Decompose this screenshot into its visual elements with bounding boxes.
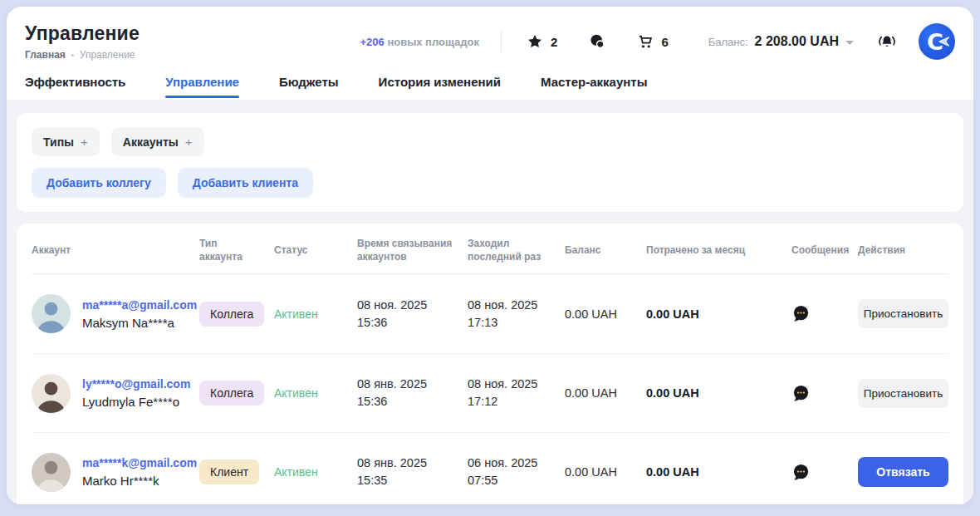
account-name: Lyudmyla Fe****o <box>82 395 190 409</box>
link-time: 15:36 <box>357 393 468 410</box>
new-sites-counter[interactable]: +206 новых площадок <box>360 36 479 48</box>
account-name: Maksym Na****a <box>82 316 197 330</box>
table-row: ma*****k@gmail.com Marko Hr****k Клиент … <box>32 432 948 504</box>
messages-button[interactable] <box>791 304 811 323</box>
avatar-photo <box>32 374 71 413</box>
status-badge: Активен <box>274 307 357 321</box>
add-colleague-button[interactable]: Добавить коллегу <box>32 168 166 198</box>
spent-cell: 0.00 UAH <box>646 386 791 400</box>
breadcrumb-home[interactable]: Главная <box>25 49 66 61</box>
new-sites-count: +206 <box>360 36 384 48</box>
account-type-badge: Клиент <box>199 459 259 484</box>
cart-counter[interactable]: 6 <box>637 33 668 50</box>
filter-chip-types-label: Типы <box>43 135 74 149</box>
avatar <box>32 294 71 333</box>
avatar <box>32 453 71 492</box>
link-date: 08 ноя. 2025 <box>357 297 468 314</box>
table-row: ma*****a@gmail.com Maksym Na****a Коллег… <box>32 274 948 353</box>
new-sites-label: новых площадок <box>387 36 479 48</box>
add-client-button[interactable]: Добавить клиента <box>178 168 313 198</box>
filter-chips: Типы + Аккаунты + <box>32 127 948 156</box>
link-time-cell: 08 янв. 2025 15:36 <box>357 376 468 410</box>
unlink-button[interactable]: Отвязать <box>858 457 948 487</box>
messages-button[interactable] <box>791 463 811 482</box>
avatar-photo <box>32 294 71 333</box>
bell-icon <box>877 32 897 52</box>
last-visit-date: 08 ноя. 2025 <box>468 376 565 393</box>
account-cell: ly*****o@gmail.com Lyudmyla Fe****o <box>32 374 199 413</box>
account-identity: ly*****o@gmail.com Lyudmyla Fe****o <box>82 377 190 409</box>
pause-button[interactable]: Приостановить <box>858 299 948 328</box>
cloud-status[interactable] <box>589 33 605 50</box>
cart-icon <box>637 33 654 50</box>
col-messages: Сообщения <box>791 243 858 257</box>
link-time-cell: 08 ноя. 2025 15:36 <box>357 297 468 332</box>
col-status: Статус <box>274 243 357 257</box>
tab-master-accounts[interactable]: Мастер-аккаунты <box>541 75 647 100</box>
tab-management[interactable]: Управление <box>165 75 239 100</box>
paper-plane-icon <box>937 35 950 48</box>
filter-chip-accounts[interactable]: Аккаунты + <box>111 127 204 156</box>
page-title: Управление <box>25 22 140 45</box>
filter-chip-accounts-label: Аккаунты <box>123 135 179 149</box>
last-visit-time: 17:12 <box>468 393 565 410</box>
plus-icon: + <box>81 135 88 149</box>
title-block: Управление Главная Управление <box>25 22 140 61</box>
last-visit-date: 08 ноя. 2025 <box>468 297 565 314</box>
favorites-count: 2 <box>551 35 557 49</box>
filter-chip-types[interactable]: Типы + <box>32 127 100 156</box>
cart-count: 6 <box>661 35 668 49</box>
last-visit-time: 07:55 <box>468 472 565 489</box>
plus-icon: + <box>185 135 193 149</box>
account-email-link[interactable]: ly*****o@gmail.com <box>82 377 190 391</box>
spent-cell: 0.00 UAH <box>646 465 791 479</box>
pause-button[interactable]: Приостановить <box>858 379 948 408</box>
account-cell: ma*****k@gmail.com Marko Hr****k <box>32 453 199 492</box>
tab-budgets[interactable]: Бюджеты <box>279 75 339 100</box>
messages-button[interactable] <box>791 384 811 403</box>
chat-bubble-icon <box>791 304 811 323</box>
tab-effectiveness[interactable]: Эффективность <box>25 75 125 100</box>
filters-card: Типы + Аккаунты + Добавить коллегу Добав… <box>17 113 963 212</box>
status-badge: Активен <box>274 465 357 479</box>
balance-cell: 0.00 UAH <box>565 386 646 400</box>
app-window: Управление Главная Управление +206 новых… <box>7 7 973 504</box>
tab-bar: Эффективность Управление Бюджеты История… <box>7 65 973 100</box>
breadcrumb-separator <box>71 54 74 57</box>
col-spent: Потрачено за месяц <box>646 243 791 257</box>
last-visit-cell: 08 ноя. 2025 17:12 <box>468 376 565 410</box>
table-body: ma*****a@gmail.com Maksym Na****a Коллег… <box>32 274 948 504</box>
account-identity: ma*****a@gmail.com Maksym Na****a <box>82 298 197 330</box>
add-buttons-row: Добавить коллегу Добавить клиента <box>32 168 948 198</box>
breadcrumb-current: Управление <box>80 49 135 61</box>
link-date: 08 янв. 2025 <box>357 376 468 393</box>
breadcrumb: Главная Управление <box>25 49 140 61</box>
col-last-visit: Заходил последний раз <box>468 237 565 263</box>
accounts-table-card: Аккаунт Тип аккаунта Статус Время связыв… <box>17 224 963 504</box>
account-identity: ma*****k@gmail.com Marko Hr****k <box>82 456 197 488</box>
tab-change-history[interactable]: История изменений <box>379 75 501 100</box>
balance-cell: 0.00 UAH <box>565 465 646 479</box>
balance-value: 2 208.00 UAH <box>755 34 839 49</box>
star-icon <box>527 33 543 50</box>
account-type-badge: Коллега <box>199 381 264 405</box>
col-actions: Действия <box>858 243 948 257</box>
cloud-icon <box>589 33 605 50</box>
balance-cell: 0.00 UAH <box>565 307 646 321</box>
col-link-time: Время связывания аккаунтов <box>357 237 468 263</box>
avatar <box>32 374 71 413</box>
link-date: 08 янв. 2025 <box>357 455 468 472</box>
link-time: 15:36 <box>357 314 468 332</box>
account-email-link[interactable]: ma*****k@gmail.com <box>82 456 197 469</box>
spent-cell: 0.00 UAH <box>646 307 791 321</box>
account-logo[interactable]: C <box>919 23 955 60</box>
link-time: 15:35 <box>357 472 468 489</box>
notifications-button[interactable] <box>877 32 897 52</box>
col-account-type: Тип аккаунта <box>199 237 274 263</box>
status-badge: Активен <box>274 386 357 400</box>
last-visit-cell: 06 ноя. 2025 07:55 <box>468 455 565 489</box>
balance-dropdown[interactable]: Баланс: 2 208.00 UAH <box>708 34 854 49</box>
account-email-link[interactable]: ma*****a@gmail.com <box>82 298 197 312</box>
favorites-counter[interactable]: 2 <box>527 33 557 50</box>
page-header: Управление Главная Управление +206 новых… <box>7 7 973 65</box>
